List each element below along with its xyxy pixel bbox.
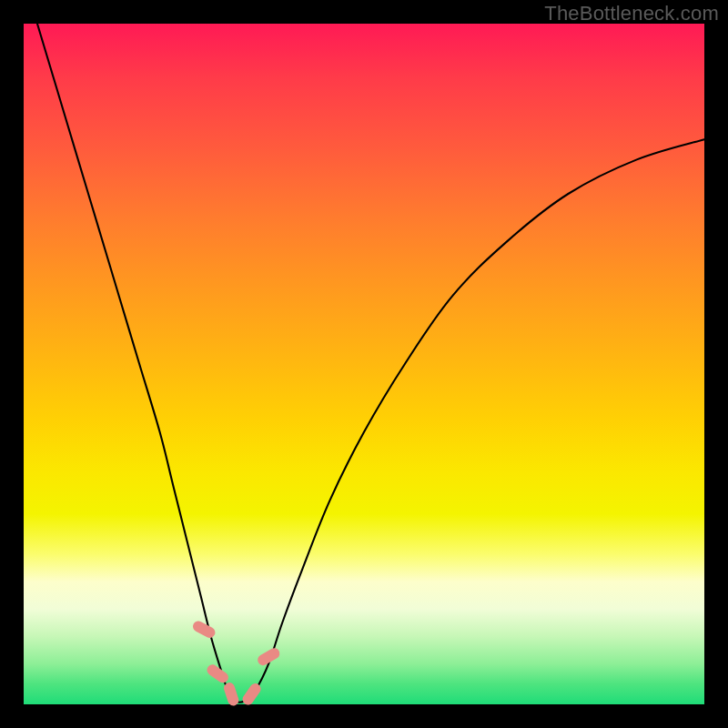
plot-background [24, 24, 704, 704]
chart-stage: TheBottleneck.com [0, 0, 728, 728]
watermark-text: TheBottleneck.com [544, 2, 719, 25]
